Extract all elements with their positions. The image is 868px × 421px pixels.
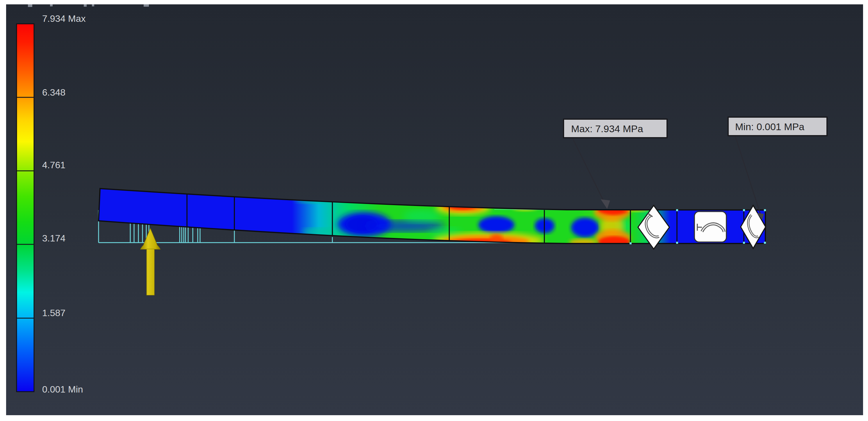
legend-label-5: 1.587 [42,308,65,318]
legend-label-min: 0.001 Min [42,384,83,394]
connector-marker-square-middle[interactable] [694,212,726,242]
legend-color-bar [17,24,34,392]
legend-label-4: 3.174 [42,233,65,244]
legend-label-max: 7.934 Max [42,13,86,24]
fea-viewport-window: 7.934 Max 6.348 4.761 3.174 1.587 0.001 … [0,0,868,421]
legend-label-3: 4.761 [42,160,65,170]
max-probe-label: Max: 7.934 MPa [571,123,643,134]
result-viewport-canvas[interactable]: 7.934 Max 6.348 4.761 3.174 1.587 0.001 … [0,0,868,421]
legend-label-2: 6.348 [42,87,65,98]
min-probe-label: Min: 0.001 MPa [735,121,804,132]
